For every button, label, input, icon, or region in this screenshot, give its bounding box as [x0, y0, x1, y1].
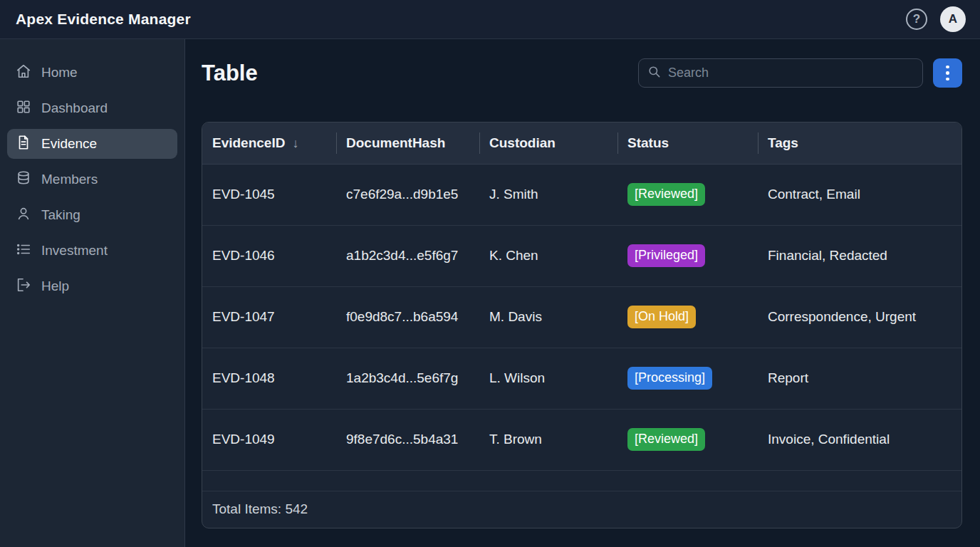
table-body: EVD-1045 c7e6f29a...d9b1e5 J. Smith [Rev…: [202, 164, 961, 470]
cell-tags: Correspondence, Urgent: [758, 286, 961, 348]
cell-custodian: K. Chen: [479, 225, 617, 286]
sidebar-item-taking[interactable]: Taking: [7, 200, 177, 230]
cell-status: [Processing]: [617, 348, 758, 409]
cell-evidence-id: EVD-1045: [202, 164, 336, 225]
sidebar-item-help[interactable]: Help: [7, 271, 177, 301]
search-input[interactable]: [668, 66, 914, 80]
cell-custodian: L. Wilson: [479, 348, 617, 409]
content-area: Home Dashboard Evidence Members Taking I…: [0, 39, 980, 547]
sidebar-item-dashboard[interactable]: Dashboard: [7, 93, 177, 123]
logout-icon: [16, 277, 31, 296]
sort-descending-icon[interactable]: ↓: [292, 136, 298, 150]
column-header-evidence-id[interactable]: EvidenceID↓: [202, 123, 336, 164]
table-row[interactable]: EVD-1047 f0e9d8c7...b6a594 M. Davis [On …: [202, 286, 961, 348]
status-badge: [On Hold]: [627, 306, 696, 328]
home-icon: [16, 63, 31, 83]
cell-tags: Report: [758, 348, 961, 409]
cell-document-hash: a1b2c3d4...e5f6g7: [336, 225, 479, 286]
cell-evidence-id: EVD-1047: [202, 286, 336, 348]
cell-document-hash: c7e6f29a...d9b1e5: [336, 164, 479, 225]
top-bar: Apex Evidence Manager ? A: [0, 0, 980, 39]
table-footer: Total Items: 542: [202, 491, 961, 528]
cell-evidence-id: EVD-1049: [202, 409, 336, 470]
cell-custodian: M. Davis: [479, 286, 617, 348]
database-icon: [16, 170, 31, 189]
list-icon: [16, 241, 31, 261]
cell-document-hash: 9f8e7d6c...5b4a31: [336, 409, 479, 470]
cell-status: [On Hold]: [617, 286, 758, 348]
sidebar-item-label: Home: [41, 65, 78, 80]
status-badge: [Reviewed]: [627, 428, 705, 451]
table-row[interactable]: EVD-1045 c7e6f29a...d9b1e5 J. Smith [Rev…: [202, 164, 961, 225]
cell-evidence-id: EVD-1048: [202, 348, 336, 409]
cell-status: [Reviewed]: [617, 164, 758, 225]
sidebar: Home Dashboard Evidence Members Taking I…: [0, 39, 185, 547]
status-badge: [Reviewed]: [627, 183, 705, 206]
cell-custodian: J. Smith: [479, 164, 617, 225]
cell-status: [Reviewed]: [617, 409, 758, 470]
column-header-document-hash[interactable]: DocumentHash: [336, 123, 479, 164]
column-header-status[interactable]: Status: [617, 123, 758, 164]
table-row[interactable]: EVD-1048 1a2b3c4d...5e6f7g L. Wilson [Pr…: [202, 348, 961, 409]
main-panel: Table EvidenceID↓ DocumentHash Custod: [185, 39, 980, 547]
sidebar-item-label: Help: [41, 278, 69, 294]
cell-document-hash: f0e9d8c7...b6a594: [336, 286, 479, 348]
grid-icon: [16, 99, 31, 118]
kebab-menu-button[interactable]: [933, 58, 962, 88]
sidebar-item-label: Evidence: [41, 136, 97, 152]
person-icon: [16, 206, 31, 225]
search-box[interactable]: [638, 58, 923, 88]
main-header: Table: [202, 58, 962, 88]
sidebar-item-home[interactable]: Home: [7, 58, 177, 88]
table-row[interactable]: EVD-1046 a1b2c3d4...e5f6g7 K. Chen [Priv…: [202, 225, 961, 286]
table-row[interactable]: EVD-1049 9f8e7d6c...5b4a31 T. Brown [Rev…: [202, 409, 961, 470]
table-card: EvidenceID↓ DocumentHash Custodian Statu…: [202, 122, 962, 528]
evidence-table: EvidenceID↓ DocumentHash Custodian Statu…: [202, 123, 961, 471]
sidebar-item-evidence[interactable]: Evidence: [7, 129, 177, 159]
kebab-dot: [946, 71, 949, 75]
sidebar-item-label: Investment: [41, 243, 108, 259]
status-badge: [Processing]: [627, 367, 712, 390]
kebab-dot: [946, 78, 949, 81]
cell-custodian: T. Brown: [479, 409, 617, 470]
help-icon[interactable]: ?: [906, 9, 927, 30]
kebab-dot: [946, 66, 949, 69]
total-items-label: Total Items: 542: [212, 501, 308, 517]
column-header-custodian[interactable]: Custodian: [479, 123, 617, 164]
sidebar-item-label: Members: [41, 172, 98, 187]
cell-tags: Invoice, Confidential: [758, 409, 961, 470]
sidebar-item-members[interactable]: Members: [7, 165, 177, 194]
sidebar-item-investment[interactable]: Investment: [7, 236, 177, 266]
cell-evidence-id: EVD-1046: [202, 225, 336, 286]
cell-document-hash: 1a2b3c4d...5e6f7g: [336, 348, 479, 409]
cell-status: [Privileged]: [617, 225, 758, 286]
sidebar-item-label: Dashboard: [41, 100, 108, 116]
page-title: Table: [202, 61, 258, 86]
app-title: Apex Evidence Manager: [16, 11, 191, 28]
search-icon: [647, 65, 661, 81]
status-badge: [Privileged]: [627, 244, 705, 267]
cell-tags: Financial, Redacted: [758, 225, 961, 286]
cell-tags: Contract, Email: [758, 164, 961, 225]
document-icon: [16, 135, 31, 154]
avatar[interactable]: A: [940, 6, 966, 32]
table-header-row: EvidenceID↓ DocumentHash Custodian Statu…: [202, 123, 961, 164]
column-header-tags[interactable]: Tags: [758, 123, 961, 164]
sidebar-item-label: Taking: [41, 207, 80, 223]
table-spacer-row: [202, 471, 961, 491]
